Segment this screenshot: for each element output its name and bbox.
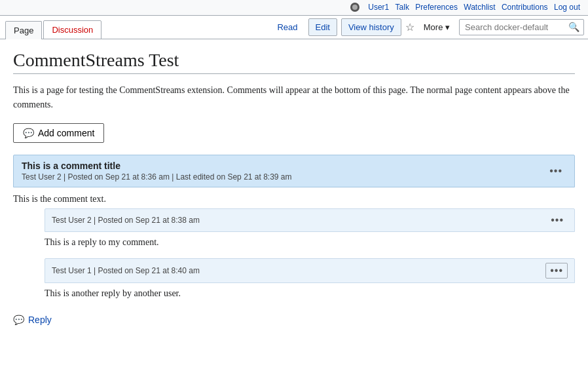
tab-page[interactable]: Page [5, 21, 42, 39]
search-button[interactable]: 🔍 [567, 20, 581, 33]
tab-discussion[interactable]: Discussion [43, 20, 101, 39]
add-comment-button[interactable]: 💬 Add comment [13, 123, 104, 143]
comment-title: This is a comment title [22, 161, 292, 171]
username-link[interactable]: User1 [368, 3, 389, 12]
search-input[interactable] [462, 20, 567, 35]
comment-meta: Test User 2 | Posted on Sep 21 at 8:36 a… [22, 172, 292, 182]
add-comment-icon: 💬 [23, 128, 34, 138]
logout-link[interactable]: Log out [554, 3, 580, 12]
search-box: 🔍 [459, 19, 584, 35]
comment-options-button[interactable]: ••• [545, 164, 566, 178]
contributions-link[interactable]: Contributions [502, 3, 548, 12]
reply-author-2: Test User 1 [52, 266, 92, 275]
reply-block-2: Test User 1 | Posted on Sep 21 at 8:40 a… [45, 258, 575, 301]
talk-link[interactable]: Talk [395, 3, 409, 12]
read-tab[interactable]: Read [270, 19, 304, 35]
reply-header-left-1: Test User 2 | Posted on Sep 21 at 8:38 a… [52, 216, 200, 225]
page-description: This is a page for testing the CommentSt… [13, 83, 575, 113]
nav-tabs: Page Discussion Read Edit View history ☆… [0, 16, 588, 39]
reply-label: Reply [28, 315, 52, 325]
reply-meta-2: Posted on Sep 21 at 8:40 am [98, 266, 199, 275]
reply-author-1: Test User 2 [52, 216, 92, 225]
reply-header-left-2: Test User 1 | Posted on Sep 21 at 8:40 a… [52, 266, 200, 275]
tab-left-group: Page Discussion [5, 20, 266, 39]
edit-tab[interactable]: Edit [308, 18, 337, 36]
reply-body-1: This is a reply to my comment. [45, 232, 575, 250]
watchlist-link[interactable]: Watchlist [464, 3, 495, 12]
view-history-tab[interactable]: View history [341, 18, 401, 36]
user-avatar-icon [350, 3, 359, 12]
reply-icon: 💬 [13, 315, 24, 325]
tab-right-group: Read Edit View history ☆ More ▾ 🔍 [266, 16, 588, 39]
reply-body-2: This is another reply by another user. [45, 283, 575, 301]
comment-body: This is the comment text. [13, 187, 575, 208]
reply-options-button-1[interactable]: ••• [547, 213, 568, 227]
reply-header-1: Test User 2 | Posted on Sep 21 at 8:38 a… [45, 208, 575, 232]
page-title: CommentStreams Test [13, 50, 575, 74]
comment-header-left: This is a comment title Test User 2 | Po… [22, 161, 292, 182]
more-button[interactable]: More ▾ [418, 19, 455, 35]
reply-block-1: Test User 2 | Posted on Sep 21 at 8:38 a… [45, 208, 575, 250]
page-content: CommentStreams Test This is a page for t… [0, 39, 588, 351]
reply-options-button-2[interactable]: ••• [545, 263, 568, 279]
preferences-link[interactable]: Preferences [415, 3, 458, 12]
comment-header: This is a comment title Test User 2 | Po… [13, 155, 575, 187]
comment-author: Test User 2 [22, 172, 62, 182]
reply-meta-1: Posted on Sep 21 at 8:38 am [98, 216, 199, 225]
add-comment-label: Add comment [38, 128, 94, 138]
comment-block: This is a comment title Test User 2 | Po… [13, 155, 575, 328]
reply-header-2: Test User 1 | Posted on Sep 21 at 8:40 a… [45, 258, 575, 283]
reply-button[interactable]: 💬 Reply [13, 312, 52, 328]
comment-timestamp: Posted on Sep 21 at 8:36 am | Last edite… [67, 172, 291, 182]
star-button[interactable]: ☆ [405, 21, 414, 33]
user-bar: User1 Talk Preferences Watchlist Contrib… [0, 0, 588, 16]
